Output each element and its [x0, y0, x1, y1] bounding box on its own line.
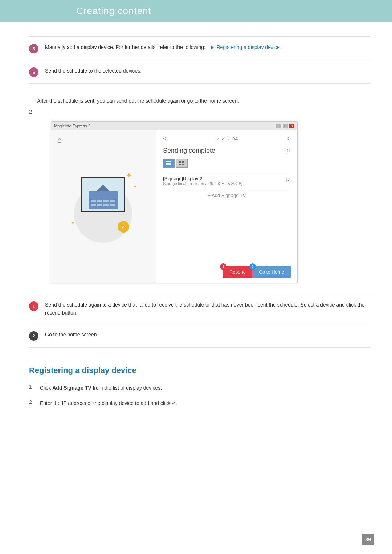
annotation-row-1: 1 Send the schedule again to a device th…: [29, 294, 370, 324]
device-checkbox[interactable]: ☑: [286, 177, 291, 184]
home-icon[interactable]: ⌂: [57, 135, 62, 144]
svg-rect-0: [166, 161, 171, 162]
resend-badge: 1: [220, 263, 226, 270]
arrow-right-icon: [211, 46, 214, 49]
svg-rect-6: [182, 164, 184, 165]
sending-complete-text: Sending complete: [163, 147, 215, 155]
device-info: [Signage]Display 2 Storage location : In…: [163, 176, 243, 186]
step-5-text: Manually add a display device. For furth…: [45, 43, 370, 51]
star2-icon: ✦: [70, 219, 75, 226]
app-window-container: MagicInfo Express 2 ─ □ ✕ ⌂ ✦: [40, 121, 370, 283]
home-icon-area: ⌂: [57, 135, 62, 145]
svg-rect-1: [166, 163, 171, 164]
page-number: 39: [362, 534, 374, 545]
badge-5: 5: [29, 44, 38, 53]
annotation-badge-1: 1: [29, 301, 38, 311]
annotation-row-2: 2 Go to the home screen.: [29, 324, 370, 348]
header-bar: Creating content: [0, 0, 392, 22]
step-row-6: 6 Send the schedule to the selected devi…: [29, 60, 370, 84]
goto-home-button[interactable]: 2 Go to Home: [252, 266, 291, 278]
window-controls: ─ □ ✕: [276, 124, 294, 128]
section2-num: 2: [29, 108, 32, 115]
annotation-section: 1 Send the schedule again to a device th…: [29, 294, 370, 348]
device-storage: Storage location : Internal (5.29GB / 5.…: [163, 181, 243, 186]
nav-checks: ✓ ✓ ✓ 04: [216, 136, 237, 141]
app-left-panel: ⌂ ✦ ✦ ✦: [51, 130, 156, 283]
app-bottom-buttons: 1 Resend 2 Go to Home: [163, 263, 291, 278]
register-step-2-num: 2: [29, 399, 35, 405]
app-titlebar: MagicInfo Express 2 ─ □ ✕: [51, 122, 297, 130]
nav-active-num: 04: [232, 136, 237, 141]
restore-btn[interactable]: □: [283, 124, 288, 128]
resend-button[interactable]: 1 Resend: [223, 266, 252, 278]
app-window-title: MagicInfo Express 2: [54, 124, 90, 128]
svg-rect-4: [182, 161, 184, 163]
register-section-heading: Registering a display device: [29, 366, 370, 375]
register-device-link[interactable]: Registering a display device: [216, 44, 279, 50]
app-nav: < ✓ ✓ ✓ 04 >: [163, 135, 291, 142]
star1-icon: ✦: [126, 171, 132, 180]
section2-row: 2 After the schedule is sent, you can se…: [29, 97, 370, 115]
illustration: ✦ ✦ ✦: [68, 167, 140, 246]
svg-rect-3: [179, 161, 181, 163]
star3-icon: ✦: [134, 185, 136, 189]
goto-home-badge: 2: [249, 263, 256, 270]
step-row-5: 5 Manually add a display device. For fur…: [29, 36, 370, 60]
list-view-btn[interactable]: [163, 159, 175, 168]
annotation-text-1: Send the schedule again to a device that…: [45, 301, 370, 317]
annotation-text-2: Go to the home screen.: [45, 331, 370, 338]
register-step-1-num: 1: [29, 384, 35, 390]
minimize-btn[interactable]: ─: [276, 124, 281, 128]
register-step-1-text: Click Add Signage TV from the list of di…: [40, 384, 162, 392]
grid-view-btn[interactable]: [176, 159, 188, 168]
register-step-2-text: Enter the IP address of the display devi…: [40, 399, 177, 407]
device-item: [Signage]Display 2 Storage location : In…: [163, 173, 291, 189]
main-content: 5 Manually add a display device. For fur…: [0, 22, 392, 554]
picture-frame-inner: [82, 178, 124, 211]
app-body: ⌂ ✦ ✦ ✦: [51, 130, 297, 283]
svg-rect-2: [166, 164, 171, 165]
register-step-1: 1 Click Add Signage TV from the list of …: [29, 384, 370, 392]
close-btn[interactable]: ✕: [289, 124, 294, 128]
check-badge: ✓: [118, 221, 129, 233]
svg-rect-5: [179, 164, 181, 165]
nav-right-arrow-icon[interactable]: >: [287, 135, 291, 142]
device-name: [Signage]Display 2: [163, 176, 243, 181]
step-6-text: Send the schedule to the selected device…: [45, 67, 370, 75]
picture-frame: [81, 177, 125, 212]
annotation-badge-2: 2: [29, 331, 38, 341]
register-step-2: 2 Enter the IP address of the display de…: [29, 399, 370, 407]
view-buttons: [163, 159, 291, 168]
refresh-icon[interactable]: ↻: [286, 147, 291, 154]
page-title: Creating content: [76, 5, 151, 17]
section2-instruction: After the schedule is sent, you can send…: [37, 97, 239, 105]
app-right-panel: < ✓ ✓ ✓ 04 > Sending complete ↻: [156, 130, 297, 283]
nav-left-arrow-icon[interactable]: <: [163, 135, 166, 142]
badge-6: 6: [29, 67, 38, 77]
app-window: MagicInfo Express 2 ─ □ ✕ ⌂ ✦: [51, 121, 298, 283]
sending-complete-row: Sending complete ↻: [163, 147, 291, 155]
add-signage-label[interactable]: + Add Signage TV: [208, 193, 246, 198]
add-signage-row: + Add Signage TV: [163, 189, 291, 202]
